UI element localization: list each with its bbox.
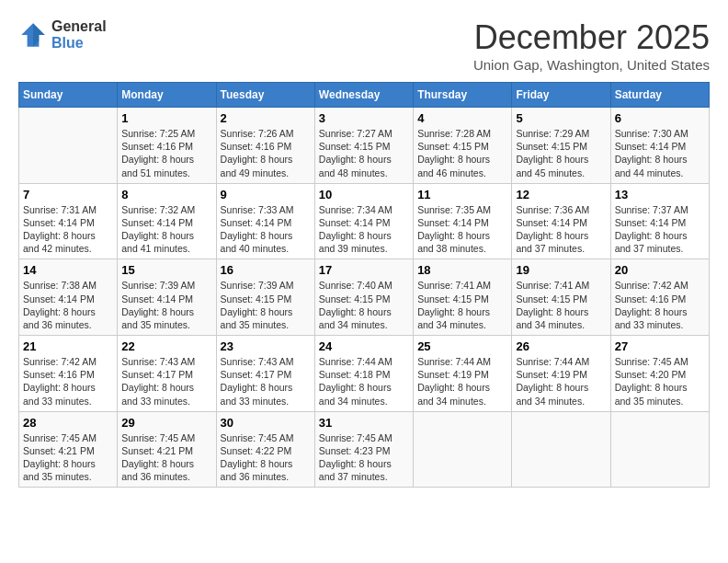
day-number: 11 [417, 188, 507, 201]
day-info: Sunrise: 7:39 AM Sunset: 4:15 PM Dayligh… [221, 279, 311, 331]
day-number: 30 [221, 416, 311, 430]
day-number: 21 [23, 339, 113, 353]
day-info: Sunrise: 7:30 AM Sunset: 4:14 PM Dayligh… [615, 127, 705, 179]
calendar-cell: 28Sunrise: 7:45 AM Sunset: 4:21 PM Dayli… [19, 411, 118, 488]
calendar-cell: 3Sunrise: 7:27 AM Sunset: 4:15 PM Daylig… [314, 108, 413, 184]
calendar-cell [512, 411, 610, 488]
calendar-cell: 9Sunrise: 7:33 AM Sunset: 4:14 PM Daylig… [216, 183, 314, 259]
day-number: 18 [417, 263, 507, 277]
day-info: Sunrise: 7:25 AM Sunset: 4:16 PM Dayligh… [121, 127, 211, 179]
page-header: General Blue December 2025 Union Gap, Wa… [18, 18, 710, 73]
day-number: 12 [516, 188, 606, 201]
calendar-cell: 31Sunrise: 7:45 AM Sunset: 4:23 PM Dayli… [314, 411, 413, 488]
day-number: 16 [221, 263, 311, 277]
svg-marker-1 [33, 23, 45, 47]
day-info: Sunrise: 7:36 AM Sunset: 4:14 PM Dayligh… [516, 203, 606, 256]
day-number: 3 [319, 111, 409, 125]
day-info: Sunrise: 7:41 AM Sunset: 4:15 PM Dayligh… [417, 279, 507, 331]
calendar-week-row: 28Sunrise: 7:45 AM Sunset: 4:21 PM Dayli… [19, 411, 710, 488]
calendar-week-row: 21Sunrise: 7:42 AM Sunset: 4:16 PM Dayli… [19, 336, 710, 412]
calendar-table: SundayMondayTuesdayWednesdayThursdayFrid… [18, 82, 710, 488]
day-number: 17 [319, 263, 409, 277]
day-info: Sunrise: 7:31 AM Sunset: 4:14 PM Dayligh… [23, 203, 113, 256]
day-info: Sunrise: 7:37 AM Sunset: 4:14 PM Dayligh… [615, 203, 705, 256]
logo-icon [18, 20, 48, 50]
day-info: Sunrise: 7:41 AM Sunset: 4:15 PM Dayligh… [516, 279, 606, 331]
header-tuesday: Tuesday [216, 83, 314, 108]
calendar-cell: 15Sunrise: 7:39 AM Sunset: 4:14 PM Dayli… [118, 259, 216, 336]
calendar-cell: 12Sunrise: 7:36 AM Sunset: 4:14 PM Dayli… [512, 183, 610, 259]
header-monday: Monday [118, 83, 216, 108]
logo-general-text: General [51, 18, 107, 35]
day-info: Sunrise: 7:32 AM Sunset: 4:14 PM Dayligh… [121, 203, 211, 256]
calendar-cell: 23Sunrise: 7:43 AM Sunset: 4:17 PM Dayli… [216, 336, 314, 412]
calendar-cell: 18Sunrise: 7:41 AM Sunset: 4:15 PM Dayli… [414, 259, 512, 336]
day-number: 23 [221, 339, 311, 353]
day-info: Sunrise: 7:45 AM Sunset: 4:20 PM Dayligh… [615, 355, 705, 408]
day-info: Sunrise: 7:45 AM Sunset: 4:22 PM Dayligh… [221, 431, 311, 484]
day-info: Sunrise: 7:45 AM Sunset: 4:21 PM Dayligh… [23, 431, 113, 484]
day-number: 13 [615, 188, 705, 201]
day-number: 8 [121, 188, 211, 201]
calendar-cell: 5Sunrise: 7:29 AM Sunset: 4:15 PM Daylig… [512, 108, 610, 184]
day-number: 6 [615, 111, 705, 125]
day-number: 28 [23, 416, 113, 430]
day-info: Sunrise: 7:29 AM Sunset: 4:15 PM Dayligh… [516, 127, 606, 179]
day-info: Sunrise: 7:45 AM Sunset: 4:23 PM Dayligh… [319, 431, 409, 484]
day-info: Sunrise: 7:40 AM Sunset: 4:15 PM Dayligh… [319, 279, 409, 331]
calendar-cell [414, 411, 512, 488]
calendar-cell: 14Sunrise: 7:38 AM Sunset: 4:14 PM Dayli… [19, 259, 118, 336]
day-number: 25 [417, 339, 507, 353]
header-thursday: Thursday [414, 83, 512, 108]
header-wednesday: Wednesday [314, 83, 413, 108]
day-info: Sunrise: 7:34 AM Sunset: 4:14 PM Dayligh… [319, 203, 409, 256]
calendar-cell: 2Sunrise: 7:26 AM Sunset: 4:16 PM Daylig… [216, 108, 314, 184]
day-number: 31 [319, 416, 409, 430]
day-info: Sunrise: 7:27 AM Sunset: 4:15 PM Dayligh… [319, 127, 409, 179]
day-number: 7 [23, 188, 113, 201]
day-number: 27 [615, 339, 705, 353]
calendar-cell: 8Sunrise: 7:32 AM Sunset: 4:14 PM Daylig… [118, 183, 216, 259]
day-number: 4 [417, 111, 507, 125]
day-number: 20 [615, 263, 705, 277]
month-title: December 2025 [473, 18, 710, 57]
calendar-cell [19, 108, 118, 184]
day-number: 15 [121, 263, 211, 277]
calendar-cell: 7Sunrise: 7:31 AM Sunset: 4:14 PM Daylig… [19, 183, 118, 259]
calendar-cell: 26Sunrise: 7:44 AM Sunset: 4:19 PM Dayli… [512, 336, 610, 412]
day-number: 2 [221, 111, 311, 125]
day-info: Sunrise: 7:44 AM Sunset: 4:19 PM Dayligh… [417, 355, 507, 408]
day-number: 26 [516, 339, 606, 353]
header-saturday: Saturday [610, 83, 709, 108]
calendar-cell: 13Sunrise: 7:37 AM Sunset: 4:14 PM Dayli… [610, 183, 709, 259]
day-number: 10 [319, 188, 409, 201]
location-title: Union Gap, Washington, United States [473, 57, 710, 73]
day-info: Sunrise: 7:35 AM Sunset: 4:14 PM Dayligh… [417, 203, 507, 256]
day-number: 14 [23, 263, 113, 277]
calendar-cell: 4Sunrise: 7:28 AM Sunset: 4:15 PM Daylig… [414, 108, 512, 184]
calendar-cell: 30Sunrise: 7:45 AM Sunset: 4:22 PM Dayli… [216, 411, 314, 488]
day-number: 1 [121, 111, 211, 125]
day-info: Sunrise: 7:45 AM Sunset: 4:21 PM Dayligh… [121, 431, 211, 484]
calendar-cell: 6Sunrise: 7:30 AM Sunset: 4:14 PM Daylig… [610, 108, 709, 184]
calendar-cell: 24Sunrise: 7:44 AM Sunset: 4:18 PM Dayli… [314, 336, 413, 412]
day-info: Sunrise: 7:44 AM Sunset: 4:18 PM Dayligh… [319, 355, 409, 408]
day-info: Sunrise: 7:43 AM Sunset: 4:17 PM Dayligh… [121, 355, 211, 408]
day-info: Sunrise: 7:44 AM Sunset: 4:19 PM Dayligh… [516, 355, 606, 408]
calendar-header-row: SundayMondayTuesdayWednesdayThursdayFrid… [19, 83, 710, 108]
calendar-week-row: 1Sunrise: 7:25 AM Sunset: 4:16 PM Daylig… [19, 108, 710, 184]
calendar-week-row: 14Sunrise: 7:38 AM Sunset: 4:14 PM Dayli… [19, 259, 710, 336]
day-number: 24 [319, 339, 409, 353]
logo-blue-text: Blue [51, 35, 107, 52]
day-info: Sunrise: 7:26 AM Sunset: 4:16 PM Dayligh… [221, 127, 311, 179]
title-block: December 2025 Union Gap, Washington, Uni… [473, 18, 710, 73]
calendar-cell: 1Sunrise: 7:25 AM Sunset: 4:16 PM Daylig… [118, 108, 216, 184]
calendar-cell [610, 411, 709, 488]
calendar-cell: 21Sunrise: 7:42 AM Sunset: 4:16 PM Dayli… [19, 336, 118, 412]
header-sunday: Sunday [19, 83, 118, 108]
logo: General Blue [18, 18, 107, 51]
day-number: 19 [516, 263, 606, 277]
day-number: 5 [516, 111, 606, 125]
day-number: 22 [121, 339, 211, 353]
day-number: 9 [221, 188, 311, 201]
